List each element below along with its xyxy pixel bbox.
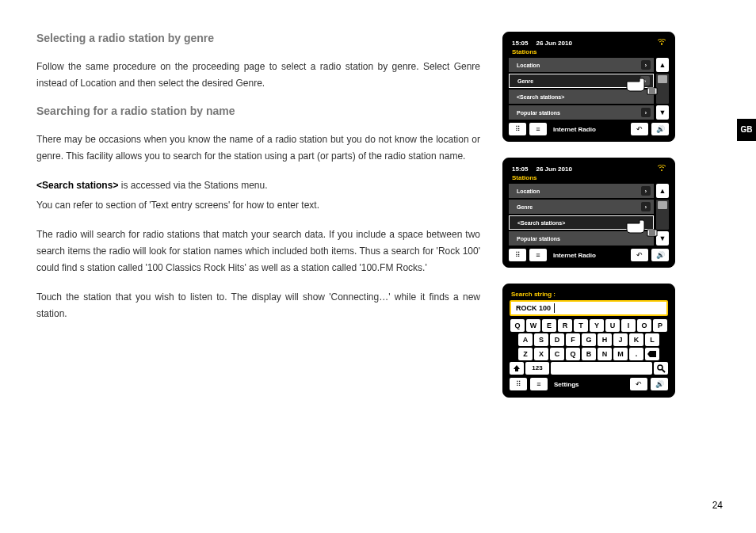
list-item-search[interactable]: <Search stations> bbox=[509, 215, 654, 230]
list-item-location[interactable]: Location› bbox=[509, 58, 654, 72]
search-key[interactable] bbox=[654, 362, 668, 375]
key-.[interactable]: . bbox=[629, 348, 643, 360]
screen-title: Stations bbox=[509, 174, 669, 184]
para-search-5: Touch the station that you wish to liste… bbox=[36, 289, 480, 322]
chevron-right-icon: › bbox=[641, 186, 651, 196]
key-q[interactable]: Q bbox=[566, 348, 580, 360]
scroll-up-button[interactable]: ▲ bbox=[656, 184, 669, 198]
key-t[interactable]: T bbox=[574, 319, 588, 332]
para-search-1: There may be occasions when you know the… bbox=[36, 131, 480, 165]
scroll-up-button[interactable]: ▲ bbox=[656, 58, 669, 72]
para-genre: Follow the same procedure on the proceed… bbox=[36, 59, 480, 92]
mode-label: Settings bbox=[551, 381, 627, 388]
key-b[interactable]: B bbox=[582, 348, 596, 360]
back-icon[interactable]: ↶ bbox=[631, 123, 648, 135]
page-number: 24 bbox=[712, 500, 723, 511]
scroll-down-button[interactable]: ▼ bbox=[656, 105, 669, 120]
speaker-icon[interactable]: 🔊 bbox=[651, 123, 669, 135]
speaker-icon[interactable]: 🔊 bbox=[651, 378, 668, 390]
chevron-right-icon: › bbox=[641, 108, 651, 117]
para-search-4: The radio will search for radio stations… bbox=[36, 227, 480, 276]
radio-screenshot-3: Search string : ROCK 100 QWERTYUIOP ASDF… bbox=[502, 284, 675, 398]
svg-point-0 bbox=[661, 44, 662, 45]
key-m[interactable]: M bbox=[613, 348, 628, 360]
heading-search: Searching for a radio station by name bbox=[36, 105, 480, 117]
clock-time: 15:05 bbox=[512, 40, 528, 47]
key-o[interactable]: O bbox=[637, 319, 651, 332]
back-icon[interactable]: ↶ bbox=[631, 249, 648, 261]
list-icon[interactable]: ≡ bbox=[529, 249, 547, 261]
text-column: Selecting a radio station by genre Follo… bbox=[36, 32, 480, 398]
list-item-popular[interactable]: Popular stations bbox=[509, 231, 654, 246]
list-item-popular[interactable]: Popular stations› bbox=[509, 105, 654, 120]
key-c[interactable]: C bbox=[550, 348, 564, 360]
svg-line-9 bbox=[662, 369, 665, 372]
search-stations-suffix: is accessed via the Stations menu. bbox=[118, 180, 267, 191]
clock-date: 26 Jun 2010 bbox=[536, 40, 571, 47]
para-search-2: <Search stations> is accessed via the St… bbox=[36, 177, 480, 194]
heading-genre: Selecting a radio station by genre bbox=[36, 32, 480, 44]
screen-title: Stations bbox=[509, 48, 669, 58]
space-key[interactable] bbox=[551, 362, 652, 375]
key-g[interactable]: G bbox=[582, 333, 596, 346]
key-i[interactable]: I bbox=[621, 319, 636, 332]
key-w[interactable]: W bbox=[526, 319, 540, 332]
svg-point-8 bbox=[658, 365, 662, 370]
chevron-right-icon: › bbox=[641, 202, 651, 211]
back-icon[interactable]: ↶ bbox=[630, 378, 647, 390]
wifi-icon bbox=[658, 39, 666, 47]
clock-date: 26 Jun 2010 bbox=[536, 166, 571, 173]
grid-icon[interactable]: ⠿ bbox=[509, 123, 526, 135]
key-q[interactable]: Q bbox=[510, 319, 525, 332]
key-u[interactable]: U bbox=[605, 319, 620, 332]
numeric-key[interactable]: 123 bbox=[525, 362, 549, 375]
keyboard-title: Search string : bbox=[510, 291, 668, 300]
key-s[interactable]: S bbox=[534, 333, 548, 346]
radio-screenshot-2: 15:05 26 Jun 2010 Stations Location› Gen… bbox=[502, 158, 675, 268]
list-icon[interactable]: ≡ bbox=[530, 378, 548, 390]
search-stations-label: <Search stations> bbox=[36, 180, 118, 191]
key-h[interactable]: H bbox=[598, 333, 612, 346]
chevron-right-icon: › bbox=[641, 60, 651, 70]
key-j[interactable]: J bbox=[613, 333, 628, 346]
side-tab-gb: GB bbox=[737, 119, 756, 141]
grid-icon[interactable]: ⠿ bbox=[509, 249, 526, 261]
key-p[interactable]: P bbox=[653, 319, 667, 332]
list-icon[interactable]: ≡ bbox=[529, 123, 547, 135]
shift-key[interactable] bbox=[510, 362, 524, 375]
list-item-genre[interactable]: Genre› bbox=[509, 74, 654, 88]
key-n[interactable]: N bbox=[598, 348, 612, 360]
mode-label: Internet Radio bbox=[550, 126, 628, 133]
key-r[interactable]: R bbox=[558, 319, 572, 332]
list-item-genre[interactable]: Genre› bbox=[509, 200, 654, 214]
radio-screenshot-1: 15:05 26 Jun 2010 Stations Location› Gen… bbox=[502, 32, 675, 142]
scroll-track[interactable] bbox=[656, 74, 669, 104]
key-a[interactable]: A bbox=[518, 333, 533, 346]
key-d[interactable]: D bbox=[550, 333, 564, 346]
wifi-icon bbox=[658, 165, 666, 173]
speaker-icon[interactable]: 🔊 bbox=[651, 249, 669, 261]
scroll-down-button[interactable]: ▼ bbox=[656, 231, 669, 246]
list-item-search[interactable]: <Search stations> bbox=[509, 89, 654, 104]
search-input-value: ROCK 100 bbox=[516, 304, 551, 312]
grid-icon[interactable]: ⠿ bbox=[510, 378, 527, 390]
para-search-3: You can refer to section of 'Text entry … bbox=[36, 197, 480, 214]
list-item-location[interactable]: Location› bbox=[509, 184, 654, 198]
svg-point-4 bbox=[661, 169, 662, 171]
backspace-key[interactable] bbox=[645, 348, 659, 360]
key-k[interactable]: K bbox=[629, 333, 643, 346]
clock-time: 15:05 bbox=[512, 166, 528, 173]
key-y[interactable]: Y bbox=[590, 319, 604, 332]
scroll-track[interactable] bbox=[656, 200, 669, 230]
key-f[interactable]: F bbox=[566, 333, 580, 346]
search-input[interactable]: ROCK 100 bbox=[510, 300, 668, 316]
key-e[interactable]: E bbox=[542, 319, 556, 332]
key-x[interactable]: X bbox=[534, 348, 548, 360]
key-z[interactable]: Z bbox=[518, 348, 533, 360]
chevron-right-icon: › bbox=[640, 76, 650, 86]
mode-label: Internet Radio bbox=[550, 252, 628, 259]
key-l[interactable]: L bbox=[645, 333, 659, 346]
